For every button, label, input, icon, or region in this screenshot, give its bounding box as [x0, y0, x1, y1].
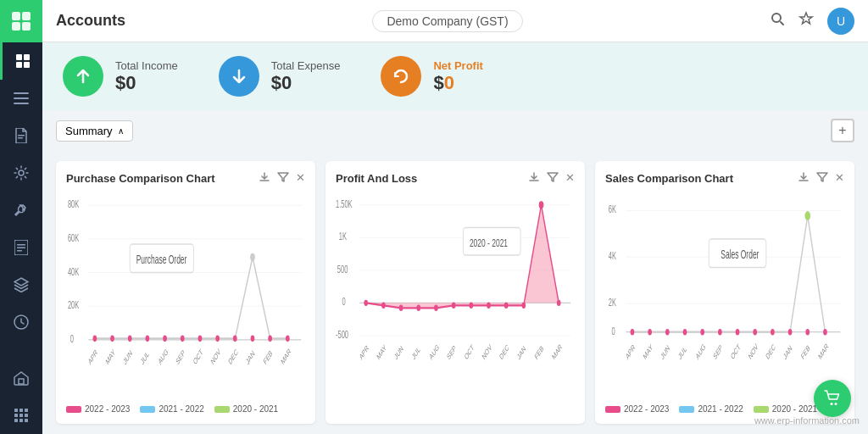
svg-text:JAN: JAN [245, 349, 256, 367]
sidebar-item-layers[interactable] [0, 266, 42, 303]
expense-info: Total Expense $0 [271, 59, 341, 94]
legend-color-2022 [66, 406, 81, 413]
svg-rect-2 [12, 22, 20, 31]
svg-text:MAY: MAY [643, 342, 654, 362]
svg-point-130 [683, 329, 687, 336]
svg-point-135 [771, 329, 775, 336]
cart-fab[interactable] [814, 380, 851, 417]
download-icon[interactable] [528, 171, 540, 186]
svg-point-64 [251, 336, 255, 342]
legend-sales-2022: 2022 - 2023 [605, 404, 669, 414]
sidebar-item-tools[interactable] [0, 192, 42, 229]
svg-text:0: 0 [342, 297, 347, 308]
chart-purchase-body: 80K 60K 40K 20K 0 APR MAY JUN JUL [66, 192, 305, 399]
svg-point-98 [504, 303, 509, 309]
sidebar-item-apps[interactable] [0, 397, 42, 434]
svg-text:JUL: JUL [677, 344, 688, 361]
download-icon[interactable] [798, 171, 810, 186]
svg-text:20K: 20K [68, 299, 80, 310]
company-selector[interactable]: Demo Company (GST) [372, 10, 522, 32]
svg-point-65 [268, 336, 272, 342]
profit-value: $0 [433, 72, 483, 94]
chart-profit-loss: Profit And Loss ✕ [326, 161, 585, 424]
sidebar-item-dashboard[interactable] [0, 42, 42, 80]
svg-text:0: 0 [612, 326, 615, 337]
svg-point-132 [718, 329, 722, 336]
svg-text:MAR: MAR [551, 342, 564, 362]
svg-text:0: 0 [70, 333, 74, 344]
user-avatar[interactable]: U [827, 8, 854, 35]
svg-point-134 [753, 329, 757, 336]
svg-point-29 [772, 14, 781, 22]
svg-text:Purchase Order: Purchase Order [136, 253, 187, 265]
svg-point-62 [215, 336, 220, 342]
close-icon[interactable]: ✕ [296, 171, 305, 186]
svg-rect-23 [14, 414, 18, 417]
svg-point-94 [434, 305, 438, 311]
svg-text:DEC: DEC [227, 348, 239, 366]
svg-rect-16 [17, 248, 25, 249]
svg-text:AUG: AUG [158, 348, 170, 367]
svg-text:-500: -500 [336, 329, 348, 340]
svg-point-99 [521, 303, 526, 309]
search-icon[interactable] [770, 11, 785, 31]
svg-text:1.50K: 1.50K [336, 198, 353, 209]
legend-color-sales-2020 [754, 406, 769, 413]
close-icon[interactable]: ✕ [565, 171, 575, 186]
sidebar-bottom [0, 359, 42, 434]
app-logo[interactable] [0, 0, 42, 42]
svg-rect-11 [18, 135, 25, 136]
metric-expense: Total Expense $0 [219, 56, 341, 97]
sidebar-item-clock[interactable] [0, 303, 42, 341]
svg-point-54 [250, 253, 255, 261]
svg-point-127 [631, 329, 635, 336]
chart-sales-header: Sales Comparison Chart ✕ [605, 171, 844, 186]
chart-pl-body: 1.50K 1K 500 0 -500 APR MAY JUN JUL [336, 192, 575, 393]
svg-text:JUN: JUN [393, 344, 404, 362]
svg-point-63 [233, 336, 237, 342]
legend-sales-2020: 2020 - 2021 [754, 404, 817, 414]
legend-label-sales-2022: 2022 - 2023 [624, 404, 669, 414]
legend-label-2022: 2022 - 2023 [85, 404, 130, 414]
svg-text:SEP: SEP [175, 348, 186, 366]
star-icon[interactable] [798, 11, 814, 31]
svg-rect-9 [14, 97, 29, 99]
chart-purchase-actions: ✕ [259, 171, 305, 186]
summary-dropdown[interactable]: Summary ∧ [56, 120, 133, 142]
metric-profit: Net Profit $0 [381, 56, 483, 97]
svg-point-58 [146, 336, 150, 342]
main-content: Accounts Demo Company (GST) U [42, 0, 868, 434]
legend-label-2021: 2021 - 2022 [159, 404, 203, 414]
svg-text:DEC: DEC [498, 343, 510, 362]
svg-point-55 [92, 336, 97, 342]
filter-icon[interactable] [277, 171, 289, 186]
sidebar-item-settings[interactable] [0, 154, 42, 192]
svg-rect-3 [22, 22, 31, 31]
filter-icon[interactable] [816, 171, 828, 186]
download-icon[interactable] [259, 171, 270, 186]
chart-pl-legend [336, 398, 575, 414]
sidebar-item-documents[interactable] [0, 117, 42, 154]
svg-point-92 [399, 305, 403, 311]
svg-point-138 [823, 329, 827, 336]
legend-item-2021: 2021 - 2022 [140, 404, 203, 414]
svg-rect-20 [14, 409, 18, 412]
svg-text:OCT: OCT [464, 343, 476, 362]
sidebar-item-reports[interactable] [0, 229, 42, 266]
svg-rect-12 [18, 137, 23, 139]
income-icon [63, 56, 103, 97]
svg-point-140 [835, 403, 837, 405]
sidebar-item-home[interactable] [0, 359, 42, 397]
svg-point-59 [163, 336, 167, 342]
topbar-actions: U [770, 8, 854, 35]
add-chart-button[interactable]: + [831, 119, 854, 142]
close-icon[interactable]: ✕ [835, 171, 844, 186]
svg-point-95 [452, 303, 456, 309]
svg-point-101 [557, 300, 561, 306]
svg-text:APR: APR [87, 348, 99, 366]
sidebar-item-menu[interactable] [0, 80, 42, 117]
chart-sales: Sales Comparison Chart ✕ [595, 161, 854, 424]
svg-text:JUL: JUL [140, 349, 151, 366]
filter-icon[interactable] [547, 171, 559, 186]
topbar: Accounts Demo Company (GST) U [42, 0, 868, 42]
